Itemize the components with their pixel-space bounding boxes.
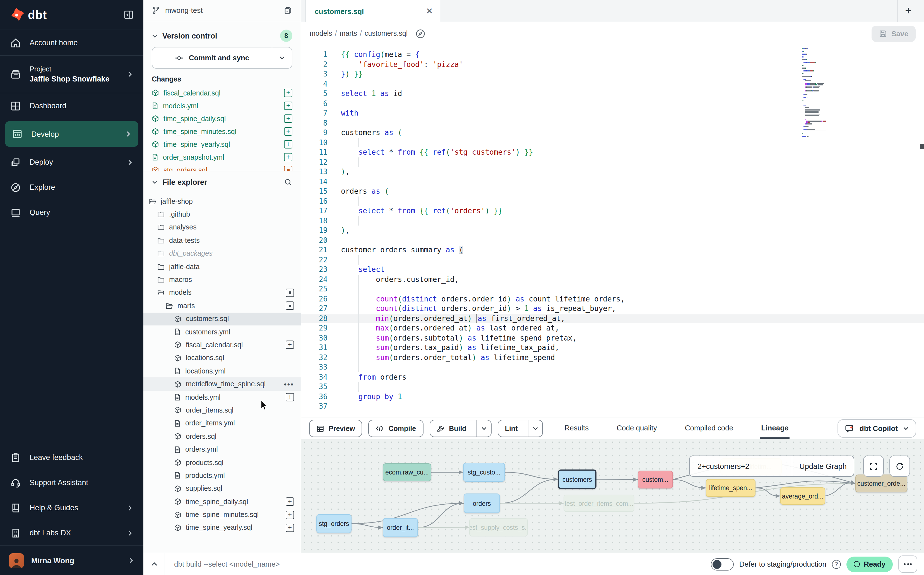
sidebar-item-dashboard[interactable]: Dashboard [0,93,143,118]
sidebar-item-develop[interactable]: Develop [5,121,138,147]
save-button[interactable]: Save [871,25,916,41]
code-editor[interactable]: 1234567891011121314151617181920212223242… [301,45,924,418]
file-tree-item-customers-yml[interactable]: customers.yml [143,326,301,338]
file-tree-item-locations-sql[interactable]: locations.sql [143,351,301,365]
chevron-down-icon[interactable] [152,33,158,39]
commit-and-sync-button[interactable]: Commit and sync [152,47,292,69]
scrollbar-marker[interactable] [920,144,924,149]
result-tab-code-quality[interactable]: Code quality [615,418,658,439]
file-tree-item-jaffle-shop[interactable]: jaffle-shop [143,195,301,208]
build-button[interactable]: Build [430,420,491,437]
change-row[interactable]: time_spine_yearly.sql [152,138,292,151]
file-tree-item-analyses[interactable]: analyses [143,221,301,234]
file-tree-item-time-spine-daily-sql[interactable]: time_spine_daily.sql [143,495,301,508]
result-tab-lineage[interactable]: Lineage [760,418,789,439]
file-tree-item-order-items-sql[interactable]: order_items.sql [143,404,301,417]
close-icon[interactable]: ✕ [426,6,433,16]
expand-panel-icon[interactable] [143,561,165,568]
sidebar-item-query[interactable]: Query [0,200,143,225]
file-tree-item-fiscal-calendar-sql[interactable]: fiscal_calendar.sql [143,338,301,352]
stage-file-icon[interactable] [284,114,292,123]
change-row[interactable]: models.yml [152,99,292,112]
stage-file-icon[interactable] [286,524,294,532]
row-more-icon[interactable]: ••• [284,380,294,388]
command-input[interactable]: dbt build --select <model_name> [174,560,280,568]
breadcrumb-marts[interactable]: marts [340,30,357,37]
file-tree-item-marts[interactable]: marts [143,299,301,312]
stage-file-icon[interactable] [284,153,292,161]
fullscreen-button[interactable] [863,456,884,477]
sidebar-item-help-guides[interactable]: Help & Guides [0,495,143,520]
tab-customers-sql[interactable]: customers.sql ✕ [305,0,440,22]
sidebar-item-project[interactable]: Project Jaffle Shop Snowflake [0,56,143,93]
file-tree-item-orders-yml[interactable]: orders.yml [143,443,301,456]
modified-badge-icon[interactable] [286,302,294,310]
collapse-sidebar-icon[interactable] [123,10,134,20]
file-tree-item-products-sql[interactable]: products.sql [143,456,301,469]
sidebar-item-support-assistant[interactable]: Support Assistant [0,470,143,495]
lineage-node-cust[interactable]: customers [558,470,596,489]
change-row[interactable]: time_spine_daily.sql [152,112,292,125]
file-tree-item--github[interactable]: .github [143,208,301,221]
commit-options-caret[interactable] [272,48,292,68]
stage-file-icon[interactable] [284,127,292,136]
lineage-node-life[interactable]: lifetime_spen... [706,479,756,497]
defer-toggle[interactable] [711,558,734,570]
sidebar-item-account-home[interactable]: Account home [0,30,143,55]
refresh-icon[interactable] [889,456,910,477]
file-tree-item-customers-sql[interactable]: customers.sql [143,312,301,326]
minimap[interactable] [802,48,850,137]
help-icon[interactable]: ? [832,560,841,569]
update-graph-button[interactable]: Update Graph [792,456,854,476]
file-tree-item-dbt-packages[interactable]: dbt_packages [143,247,301,260]
lineage-node-stgc[interactable]: stg_custo... [463,463,505,482]
file-tree-item-data-tests[interactable]: data-tests [143,234,301,247]
lineage-node-custp[interactable]: custom... [638,470,673,488]
stage-file-icon[interactable] [284,89,292,97]
breadcrumb-file[interactable]: customers.sql [365,30,407,37]
lineage-node-oitems[interactable]: order_it... [383,518,418,537]
file-tree-item-jaffle-data[interactable]: jaffle-data [143,260,301,273]
lineage-node-ecom[interactable]: ecom.raw_cu... [383,463,431,481]
modified-badge-icon[interactable] [284,166,292,171]
file-tree-item-order-items-yml[interactable]: order_items.yml [143,417,301,430]
stage-file-icon[interactable] [284,102,292,110]
more-options-button[interactable] [898,556,917,573]
change-row[interactable]: fiscal_calendar.sql [152,87,292,99]
stage-file-icon[interactable] [286,497,294,506]
result-tab-compiled-code[interactable]: Compiled code [684,418,734,439]
new-tab-button[interactable]: + [897,0,919,22]
sidebar-item-leave-feedback[interactable]: Leave feedback [0,445,143,470]
stage-file-icon[interactable] [286,510,294,519]
file-tree-item-time-spine-minutes-sql[interactable]: time_spine_minutes.sql [143,508,301,521]
lineage-node-stgo[interactable]: stg_orders [316,514,352,533]
file-tree-item-orders-sql[interactable]: orders.sql [143,430,301,443]
lineage-node-orders[interactable]: orders [464,494,500,513]
file-tree-item-time-spine-yearly-sql[interactable]: time_spine_yearly.sql [143,521,301,535]
file-tree-item-supplies-sql[interactable]: supplies.sql [143,482,301,495]
breadcrumb-models[interactable]: models [310,30,332,37]
change-row[interactable]: stg_orders.sql [152,164,292,171]
change-row[interactable]: time_spine_minutes.sql [152,125,292,138]
lint-options-caret[interactable] [528,420,542,437]
search-icon[interactable] [284,178,292,186]
modified-badge-icon[interactable] [286,289,294,297]
file-tree-item-products-yml[interactable]: products.yml [143,469,301,482]
copy-icon[interactable] [284,6,292,15]
compile-button[interactable]: Compile [369,420,423,437]
preview-button[interactable]: Preview [309,420,362,437]
result-tab-results[interactable]: Results [564,418,590,439]
lineage-node-corde[interactable]: customer_orde... [855,475,907,492]
user-menu[interactable]: Mirna Wong [0,546,143,575]
sidebar-item-explore[interactable]: Explore [0,175,143,200]
dbt-copilot-button[interactable]: dbt Copilot [838,419,916,438]
build-options-caret[interactable] [477,420,491,437]
file-tree-item-models[interactable]: models [143,286,301,299]
stage-file-icon[interactable] [286,341,294,349]
compass-icon[interactable] [415,28,425,39]
sidebar-item-deploy[interactable]: Deploy [0,149,143,175]
stage-file-icon[interactable] [284,140,292,148]
file-tree-item-macros[interactable]: macros [143,273,301,286]
file-tree-item-metricflow-time-spine-sql[interactable]: metricflow_time_spine.sql••• [143,378,301,391]
lineage-search-input[interactable]: 2+customers+2 [689,456,792,476]
